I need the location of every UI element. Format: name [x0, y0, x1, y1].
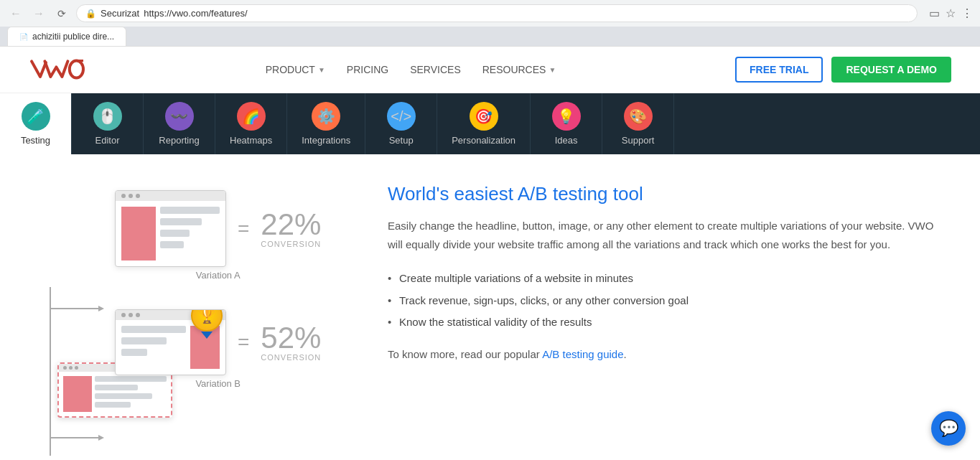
trophy-icon: 🏆: [191, 309, 223, 332]
browser-tab[interactable]: 📄 achizitii publice dire...: [7, 27, 126, 46]
main-content: = 22% CONVERSION Variation A: [0, 154, 980, 460]
tab-icon: 📄: [19, 33, 28, 41]
variation-b-mockup: 🏆: [115, 309, 226, 375]
read-more-prefix: To know more, read our popular: [388, 348, 542, 360]
section-description: Easily change the headline, button, imag…: [388, 217, 937, 253]
tab-bar: 📄 achizitii publice dire...: [0, 27, 980, 46]
nav-item-integrations[interactable]: ⚙️ Integrations: [287, 93, 365, 154]
nav-item-testing[interactable]: 🧪 Testing: [0, 93, 72, 154]
nav-resources[interactable]: RESOURCES ▼: [482, 64, 556, 75]
main-nav: PRODUCT ▼ PRICING SERVICES RESOURCES ▼: [266, 64, 556, 75]
nav-item-editor[interactable]: 🖱️ Editor: [72, 93, 144, 154]
ideas-label: Ideas: [555, 135, 578, 146]
nav-item-personalization[interactable]: 🎯 Personalization: [437, 93, 531, 154]
chat-button[interactable]: 💬: [931, 411, 966, 446]
nav-actions: FREE TRIAL REQUEST A DEMO: [735, 57, 951, 83]
nav-services[interactable]: SERVICES: [410, 64, 461, 75]
variation-a-group: = 22% CONVERSION Variation A: [115, 190, 321, 281]
site-header: PRODUCT ▼ PRICING SERVICES RESOURCES ▼ F…: [0, 47, 980, 93]
right-content: World's easiest A/B testing tool Easily …: [388, 176, 937, 360]
branch-arrows: [43, 248, 115, 460]
setup-icon: </>: [387, 102, 416, 131]
integrations-label: Integrations: [302, 135, 350, 146]
bullet-list: Create multiple variations of a website …: [388, 268, 937, 334]
reporting-icon: 〰️: [165, 102, 194, 131]
editor-icon: 🖱️: [93, 102, 122, 131]
secure-icon: 🔒: [85, 9, 96, 19]
reload-button[interactable]: ⟳: [53, 5, 70, 22]
nav-pricing[interactable]: PRICING: [347, 64, 388, 75]
personalization-label: Personalization: [452, 135, 515, 146]
product-arrow: ▼: [318, 66, 325, 74]
feature-nav: 🧪 Testing 🖱️ Editor 〰️ Reporting 🌈 Heatm…: [0, 93, 980, 154]
support-icon: 🎨: [624, 102, 653, 131]
variation-a-label: Variation A: [115, 270, 321, 281]
conversion-stat-b: 52% CONVERSION: [261, 323, 321, 362]
tab-title: achizitii publice dire...: [32, 32, 114, 42]
menu-button[interactable]: ⋮: [961, 6, 973, 20]
setup-label: Setup: [389, 135, 414, 146]
percent-b: 52%: [261, 323, 321, 353]
section-title: World's easiest A/B testing tool: [388, 183, 937, 205]
nav-product[interactable]: PRODUCT ▼: [266, 64, 325, 75]
equals-a: =: [238, 217, 249, 240]
url-display: https://vwo.com/features/: [144, 8, 248, 19]
request-demo-button[interactable]: REQUEST A DEMO: [831, 57, 951, 83]
personalization-icon: 🎯: [470, 102, 498, 131]
nav-item-setup[interactable]: </> Setup: [365, 93, 437, 154]
nav-item-support[interactable]: 🎨 Support: [602, 93, 674, 154]
read-more-suffix: .: [624, 348, 627, 360]
integrations-icon: ⚙️: [312, 102, 340, 131]
resources-arrow: ▼: [549, 66, 556, 74]
conversion-stat-a: 22% CONVERSION: [261, 210, 321, 248]
svg-marker-4: [98, 306, 104, 311]
secure-label: Securizat: [101, 8, 139, 19]
editor-label: Editor: [95, 135, 120, 146]
nav-item-heatmaps[interactable]: 🌈 Heatmaps: [215, 93, 287, 154]
bullet-3: Know the statistical validity of the res…: [388, 311, 937, 334]
bullet-2: Track revenue, sign-ups, clicks, or any …: [388, 290, 937, 312]
trophy-badge: 🏆: [191, 309, 223, 332]
testing-label: Testing: [21, 135, 50, 146]
conversion-label-b: CONVERSION: [261, 353, 321, 362]
bookmark-button[interactable]: ☆: [946, 6, 956, 20]
free-trial-button[interactable]: FREE TRIAL: [735, 57, 823, 83]
browser-toolbar: ← → ⟳ 🔒 Securizat https://vwo.com/featur…: [0, 0, 980, 27]
bullet-1: Create multiple variations of a website …: [388, 268, 937, 290]
svg-point-0: [70, 61, 83, 78]
nav-item-ideas[interactable]: 💡 Ideas: [531, 93, 602, 154]
browser-chrome: ← → ⟳ 🔒 Securizat https://vwo.com/featur…: [0, 0, 980, 47]
heatmaps-label: Heatmaps: [230, 135, 272, 146]
browser-actions: ▭ ☆ ⋮: [929, 6, 973, 20]
address-bar[interactable]: 🔒 Securizat https://vwo.com/features/: [76, 4, 918, 22]
illustration: = 22% CONVERSION Variation A: [43, 176, 345, 460]
percent-a: 22%: [261, 210, 321, 240]
equals-b: =: [238, 331, 249, 354]
logo[interactable]: [29, 55, 86, 84]
support-label: Support: [622, 135, 655, 146]
ab-testing-guide-link[interactable]: A/B testing guide: [542, 348, 623, 360]
nav-item-reporting[interactable]: 〰️ Reporting: [144, 93, 215, 154]
conversion-label-a: CONVERSION: [261, 240, 321, 248]
svg-marker-6: [98, 435, 104, 441]
ideas-icon: 💡: [552, 102, 581, 131]
back-button[interactable]: ←: [7, 5, 24, 22]
cast-button[interactable]: ▭: [929, 6, 940, 20]
variation-a-mockup: [115, 190, 226, 267]
read-more: To know more, read our popular A/B testi…: [388, 348, 937, 360]
testing-icon: 🧪: [22, 102, 50, 131]
reporting-label: Reporting: [159, 135, 199, 146]
heatmaps-icon: 🌈: [237, 102, 266, 131]
forward-button[interactable]: →: [30, 5, 47, 22]
